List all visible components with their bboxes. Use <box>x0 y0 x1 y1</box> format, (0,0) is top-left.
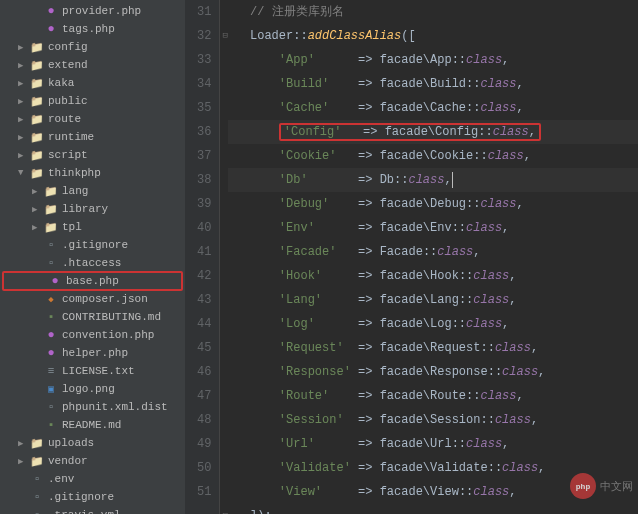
line-number: 33 <box>197 48 211 72</box>
tree-item--env[interactable]: .env <box>0 470 185 488</box>
code-line[interactable]: 'Response' => facade\Response::class, <box>228 360 638 384</box>
tree-arrow-icon[interactable] <box>32 222 44 233</box>
tree-arrow-icon[interactable] <box>18 168 30 178</box>
code-editor[interactable]: 3132333435363738394041424344454647484950… <box>185 0 638 514</box>
line-number: 37 <box>197 144 211 168</box>
tree-item--travis-yml[interactable]: .travis.yml <box>0 506 185 514</box>
tree-item-runtime[interactable]: runtime <box>0 128 185 146</box>
tree-item-base-php[interactable]: base.php <box>2 271 183 291</box>
code-line[interactable]: ⊟ Loader::addClassAlias([ <box>228 24 638 48</box>
tree-item-public[interactable]: public <box>0 92 185 110</box>
tree-item-uploads[interactable]: uploads <box>0 434 185 452</box>
md-icon <box>44 418 58 432</box>
tree-item-config[interactable]: config <box>0 38 185 56</box>
static-prop: class <box>502 461 538 475</box>
tree-arrow-icon[interactable] <box>18 438 30 449</box>
tree-item-phpunit-xml-dist[interactable]: phpunit.xml.dist <box>0 398 185 416</box>
code-line[interactable]: 'App' => facade\App::class, <box>228 48 638 72</box>
array-key: 'Route' <box>279 389 351 403</box>
class-ref: facade\App <box>380 53 452 67</box>
tree-item-label: phpunit.xml.dist <box>62 401 168 413</box>
tree-item-license-txt[interactable]: LICENSE.txt <box>0 362 185 380</box>
file-icon <box>44 238 58 252</box>
code-area[interactable]: php 中文网 // 注册类库别名⊟ Loader::addClassAlias… <box>220 0 638 514</box>
tree-item-composer-json[interactable]: composer.json <box>0 290 185 308</box>
code-line[interactable]: 'Build' => facade\Build::class, <box>228 72 638 96</box>
php-icon <box>44 328 58 342</box>
code-line[interactable]: 'Session' => facade\Session::class, <box>228 408 638 432</box>
tree-item-label: config <box>48 41 88 53</box>
tree-item-tpl[interactable]: tpl <box>0 218 185 236</box>
png-icon <box>44 382 58 396</box>
tree-item--htaccess[interactable]: .htaccess <box>0 254 185 272</box>
code-line[interactable]: 'Validate' => facade\Validate::class, <box>228 456 638 480</box>
code-line[interactable]: 'Log' => facade\Log::class, <box>228 312 638 336</box>
code-line[interactable]: // 注册类库别名 <box>228 0 638 24</box>
tree-item-helper-php[interactable]: helper.php <box>0 344 185 362</box>
static-prop: class <box>437 245 473 259</box>
tree-item-provider-php[interactable]: provider.php <box>0 2 185 20</box>
tree-arrow-icon[interactable] <box>32 204 44 215</box>
line-number: 46 <box>197 360 211 384</box>
line-number: 51 <box>197 480 211 504</box>
code-line[interactable]: 'Hook' => facade\Hook::class, <box>228 264 638 288</box>
tree-item-tags-php[interactable]: tags.php <box>0 20 185 38</box>
tree-arrow-icon[interactable] <box>18 78 30 89</box>
md-icon <box>44 310 58 324</box>
tree-arrow-icon[interactable] <box>18 42 30 53</box>
code-line[interactable]: 'Config' => facade\Config::class, <box>228 120 638 144</box>
file-icon <box>44 400 58 414</box>
code-line[interactable]: 'Cookie' => facade\Cookie::class, <box>228 144 638 168</box>
code-line[interactable]: ⊟ ]); <box>228 504 638 514</box>
comment-text: // 注册类库别名 <box>250 5 344 19</box>
txt-icon <box>44 364 58 378</box>
class-ref: facade\Cookie <box>380 149 474 163</box>
tree-item-thinkphp[interactable]: thinkphp <box>0 164 185 182</box>
tree-item-label: tags.php <box>62 23 115 35</box>
tree-arrow-icon[interactable] <box>18 96 30 107</box>
class-ref: facade\View <box>380 485 459 499</box>
tree-arrow-icon[interactable] <box>18 150 30 161</box>
tree-item-script[interactable]: script <box>0 146 185 164</box>
code-line[interactable]: 'Lang' => facade\Lang::class, <box>228 288 638 312</box>
tree-item-label: .travis.yml <box>48 509 121 514</box>
tree-item-extend[interactable]: extend <box>0 56 185 74</box>
project-tree[interactable]: provider.phptags.phpconfigextendkakapubl… <box>0 0 185 514</box>
tree-arrow-icon[interactable] <box>32 186 44 197</box>
tree-item-lang[interactable]: lang <box>0 182 185 200</box>
tree-item-library[interactable]: library <box>0 200 185 218</box>
tree-item-route[interactable]: route <box>0 110 185 128</box>
php-icon <box>44 22 58 36</box>
tree-item-label: library <box>62 203 108 215</box>
tree-arrow-icon[interactable] <box>18 456 30 467</box>
tree-arrow-icon[interactable] <box>18 132 30 143</box>
php-icon <box>44 346 58 360</box>
tree-item-logo-png[interactable]: logo.png <box>0 380 185 398</box>
tree-item-readme-md[interactable]: README.md <box>0 416 185 434</box>
folder-icon <box>30 76 44 90</box>
code-line[interactable]: 'Env' => facade\Env::class, <box>228 216 638 240</box>
tree-item-vendor[interactable]: vendor <box>0 452 185 470</box>
code-line[interactable]: 'Db' => Db::class, <box>228 168 638 192</box>
code-line[interactable]: 'Debug' => facade\Debug::class, <box>228 192 638 216</box>
folder-icon <box>44 202 58 216</box>
code-line[interactable]: 'Request' => facade\Request::class, <box>228 336 638 360</box>
code-line[interactable]: 'Route' => facade\Route::class, <box>228 384 638 408</box>
fold-icon[interactable]: ⊟ <box>222 504 227 514</box>
tree-item--gitignore[interactable]: .gitignore <box>0 236 185 254</box>
line-number: 43 <box>197 288 211 312</box>
tree-item-kaka[interactable]: kaka <box>0 74 185 92</box>
static-prop: class <box>466 317 502 331</box>
folder-icon <box>30 40 44 54</box>
tree-arrow-icon[interactable] <box>18 60 30 71</box>
code-line[interactable]: 'Url' => facade\Url::class, <box>228 432 638 456</box>
code-line[interactable]: 'Cache' => facade\Cache::class, <box>228 96 638 120</box>
tree-item-contributing-md[interactable]: CONTRIBUTING.md <box>0 308 185 326</box>
fold-icon[interactable]: ⊟ <box>222 24 227 48</box>
code-line[interactable]: 'Facade' => Facade::class, <box>228 240 638 264</box>
tree-arrow-icon[interactable] <box>18 114 30 125</box>
tree-item-label: lang <box>62 185 88 197</box>
tree-item-convention-php[interactable]: convention.php <box>0 326 185 344</box>
tree-item--gitignore[interactable]: .gitignore <box>0 488 185 506</box>
code-line[interactable]: 'View' => facade\View::class, <box>228 480 638 504</box>
